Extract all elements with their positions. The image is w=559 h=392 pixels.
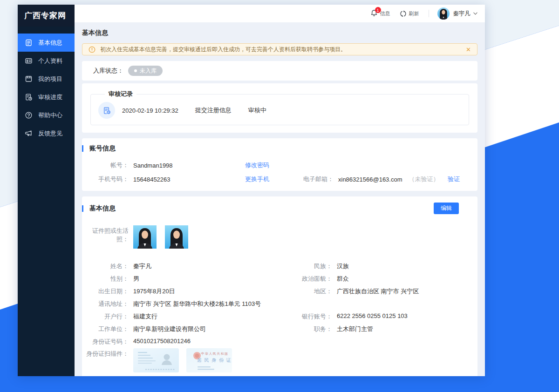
refresh-icon (400, 10, 407, 17)
status-badge-text: 未入库 (140, 67, 157, 75)
audit-time: 2020-02-19 10:29:32 (122, 107, 178, 114)
document-icon (25, 39, 33, 47)
title-accent-bar (82, 205, 83, 212)
sidebar-item-feedback[interactable]: 反馈意见 (18, 124, 75, 142)
warning-icon (89, 46, 95, 53)
messages-button[interactable]: 1 信息 (370, 9, 390, 18)
content-area: 基本信息 初次入住完成基本信息完善，提交审核通过后即入住成功，可去完善个人资料后… (75, 22, 485, 376)
sidebar-item-label: 审核进度 (38, 93, 62, 101)
sidebar-item-label: 反馈意见 (38, 129, 62, 138)
id-card-country-text: 中华人民共和国 (201, 352, 229, 356)
email-unverified-note: （未验证） (409, 175, 439, 183)
id-card-front-scan[interactable] (133, 348, 179, 372)
app-window: 广西专家网 基本信息 个人资料 我的项目 (18, 5, 485, 376)
position-label: 职务： (287, 325, 332, 333)
id-scan-label: 身份证扫描件： (82, 348, 129, 358)
username-label: 帐号： (82, 161, 129, 169)
address-value: 南宁市 兴宁区 新华路中和大楼2栋1单元 1103号 (133, 300, 261, 308)
messages-label: 信息 (380, 10, 390, 17)
account-info-card: 账号信息 帐号： Sandman1998 修改密码 手机号码： 15648452… (82, 138, 477, 191)
question-circle-icon (25, 111, 33, 119)
main-column: 1 信息 刷新 (75, 5, 485, 376)
window-icon (25, 75, 33, 83)
name-value: 秦宇凡 (133, 262, 151, 270)
refresh-button[interactable]: 刷新 (400, 10, 419, 17)
id-scan-row: 身份证扫描件： (82, 348, 477, 372)
field-row: 工作单位： 南宁阜新明业建设有限公司 职务： 土木部门主管 (82, 323, 477, 335)
basic-info-card: 基本信息 编辑 证件照或生活照： (82, 196, 477, 376)
address-label: 通讯地址： (82, 300, 129, 308)
id-card-back-scan[interactable]: 中华人民共和国 居 民 身 份 证 (186, 348, 232, 372)
sidebar-item-label: 基本信息 (38, 39, 62, 47)
chevron-down-icon (473, 12, 477, 15)
id-photo-1[interactable] (133, 225, 157, 249)
audit-record-row: 2020-02-19 10:29:32 提交注册信息 审核中 (98, 102, 461, 119)
username: 秦宇凡 (453, 10, 471, 18)
sidebar-item-label: 帮助中心 (38, 111, 62, 120)
id-number-value: 45010217508201246 (133, 338, 191, 346)
verify-email-link[interactable]: 验证 (448, 175, 460, 183)
username-value: Sandman1998 (133, 162, 245, 169)
storage-status-card: 入库状态： 未入库 (82, 61, 477, 81)
edit-button[interactable]: 编辑 (434, 203, 459, 214)
audit-title: 审核记录 (105, 90, 136, 98)
title-accent-bar (82, 145, 83, 152)
ethnic-label: 民族： (287, 262, 332, 270)
email-label: 电子邮箱： (301, 175, 334, 183)
change-password-link[interactable]: 修改密码 (245, 161, 301, 169)
phone-label: 手机号码： (82, 175, 129, 183)
bank-value: 福建支行 (133, 312, 157, 321)
field-row: 姓名： 秦宇凡 民族： 汉族 (82, 260, 477, 272)
email-value: xin86321566@163.com (338, 176, 402, 183)
account-phone-row: 手机号码： 15648452263 更换手机 电子邮箱： xin86321566… (82, 172, 477, 186)
megaphone-icon (25, 129, 33, 137)
ethnic-value: 汉族 (337, 262, 349, 270)
id-number-label: 身份证号码： (82, 338, 129, 346)
alert-banner: 初次入住完成基本信息完善，提交审核通过后即入住成功，可去完善个人资料后获取聘书参… (82, 43, 477, 55)
field-row: 通讯地址： 南宁市 兴宁区 新华路中和大楼2栋1单元 1103号 (82, 297, 477, 310)
bank-label: 开户行： (82, 312, 129, 321)
account-section-title: 账号信息 (82, 138, 477, 158)
sidebar-item-help-center[interactable]: 帮助中心 (18, 106, 75, 124)
field-row: 性别： 男 政治面貌： 群众 (82, 272, 477, 285)
close-icon[interactable]: ✕ (466, 47, 471, 53)
sidebar-item-label: 个人资料 (38, 57, 62, 65)
page-title: 基本信息 (82, 29, 477, 37)
birth-value: 1975年8月20日 (133, 287, 175, 296)
sidebar-item-basic-info[interactable]: 基本信息 (18, 34, 75, 52)
audit-status: 审核中 (248, 106, 266, 115)
field-row: 开户行： 福建支行 银行账号： 6222 2556 0255 0125 103 (82, 310, 477, 323)
politics-label: 政治面貌： (287, 275, 332, 283)
sidebar-item-projects[interactable]: 我的项目 (18, 70, 75, 88)
audit-record-card: 审核记录 2020-02-19 10:29:32 提交注册信息 审核中 (82, 83, 477, 133)
bank-account-label: 银行账号： (287, 312, 332, 321)
status-badge: 未入库 (128, 66, 163, 76)
user-menu[interactable]: 秦宇凡 (437, 7, 478, 20)
id-card-icon (25, 57, 33, 65)
sidebar: 广西专家网 基本信息 个人资料 我的项目 (18, 5, 75, 376)
audit-fieldset: 审核记录 2020-02-19 10:29:32 提交注册信息 审核中 (90, 90, 469, 125)
audit-action: 提交注册信息 (195, 106, 232, 115)
id-photo-2[interactable] (165, 225, 188, 249)
sidebar-item-audit-progress[interactable]: 审核进度 (18, 88, 75, 106)
region-label: 地区： (287, 287, 332, 296)
phone-value: 15648452263 (133, 176, 245, 183)
basic-section-title: 基本信息 编辑 (82, 196, 477, 220)
photo-row: 证件照或生活照： (82, 225, 477, 249)
audit-record-icon (98, 102, 115, 119)
position-value: 土木部门主管 (337, 325, 373, 333)
change-phone-link[interactable]: 更换手机 (245, 175, 301, 183)
gender-value: 男 (133, 275, 139, 283)
storage-status-label: 入库状态： (93, 67, 123, 75)
notification-badge: 1 (375, 7, 381, 13)
sidebar-item-profile[interactable]: 个人资料 (18, 52, 75, 70)
status-dot-icon (134, 69, 137, 72)
name-label: 姓名： (82, 262, 129, 270)
politics-value: 群众 (337, 275, 349, 283)
topbar: 1 信息 刷新 (75, 5, 485, 22)
bank-account-value: 6222 2556 0255 0125 103 (337, 312, 408, 321)
gender-label: 性别： (82, 275, 129, 283)
alert-text: 初次入住完成基本信息完善，提交审核通过后即入住成功，可去完善个人资料后获取聘书参… (100, 46, 346, 54)
field-row: 身份证号码： 45010217508201246 (82, 335, 477, 348)
company-value: 南宁阜新明业建设有限公司 (133, 325, 206, 333)
